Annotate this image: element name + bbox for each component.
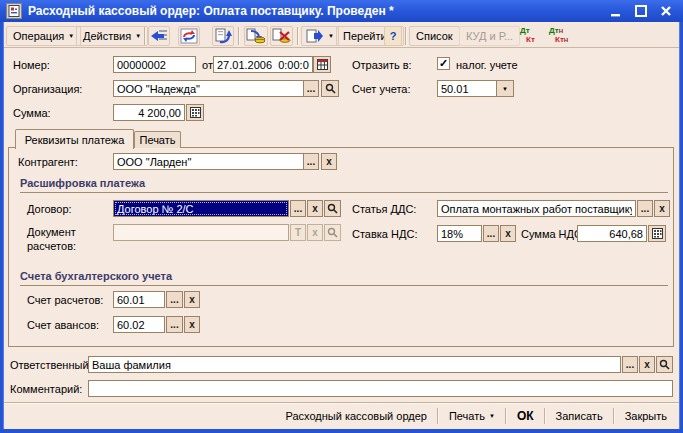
account-dropdown-button[interactable]: ▼ — [496, 80, 514, 97]
organization-label: Организация: — [13, 83, 82, 95]
help-button[interactable]: ? — [384, 26, 402, 46]
window-border-left — [0, 22, 4, 429]
close-button[interactable]: Закрыть — [617, 408, 675, 424]
maximize-icon[interactable] — [633, 3, 649, 19]
dds-input[interactable] — [437, 200, 636, 217]
counterparty-input[interactable] — [113, 153, 304, 170]
chevron-down-icon: ▼ — [135, 33, 141, 39]
titlebar[interactable]: Расходный кассовый ордер: Оплата поставщ… — [0, 0, 683, 22]
comment-input[interactable] — [88, 380, 673, 397]
document-icon — [6, 3, 22, 19]
vat-rate-clear-button[interactable]: x — [500, 225, 516, 242]
output-document-icon — [306, 28, 324, 44]
goto-menu-label: Перейти — [343, 30, 387, 42]
vat-sum-calculator-button[interactable] — [648, 225, 666, 242]
copy-arrow-icon — [214, 28, 232, 44]
responsible-open-button[interactable] — [656, 356, 673, 373]
settlement-account-clear-button[interactable]: x — [184, 291, 200, 308]
minimize-icon[interactable] — [608, 3, 624, 19]
operation-menu-button[interactable]: Операция ▼ — [6, 26, 81, 46]
sum-label: Сумма: — [13, 107, 51, 119]
number-input[interactable] — [113, 56, 196, 73]
organization-input[interactable] — [113, 80, 304, 97]
vat-rate-input[interactable] — [437, 225, 482, 242]
list-button[interactable]: Список — [409, 26, 460, 46]
vat-rate-select-button[interactable]: ... — [483, 225, 499, 242]
counterparty-select-button[interactable]: ... — [303, 153, 319, 170]
clear-icon: x — [189, 294, 195, 305]
vat-sum-label: Сумма НДС: — [521, 228, 585, 240]
toolbar-separator — [144, 27, 146, 45]
counterparty-clear-button[interactable]: x — [321, 153, 337, 170]
refresh-icon — [180, 28, 198, 44]
dds-label: Статья ДДС: — [352, 203, 416, 215]
settlement-account-input[interactable] — [113, 291, 165, 308]
responsible-select-button[interactable]: ... — [622, 356, 638, 373]
kudir-button: КУД и Р... — [459, 26, 520, 46]
save-button[interactable]: Записать — [548, 408, 611, 424]
responsible-input[interactable] — [88, 356, 621, 373]
date-input[interactable] — [213, 56, 313, 73]
dds-select-button[interactable]: ... — [637, 200, 653, 217]
chevron-down-icon: ▼ — [68, 33, 74, 39]
copy-document-button[interactable] — [212, 26, 234, 46]
reflect-label: Отразить в: — [352, 59, 412, 71]
tab-print[interactable]: Печать — [134, 131, 181, 148]
tab-payment-requisites[interactable]: Реквизиты платежа — [15, 129, 134, 149]
advance-account-label: Счет авансов: — [27, 319, 99, 331]
vat-sum-input[interactable] — [577, 225, 647, 242]
window-controls — [608, 3, 674, 19]
ellipsis-icon: ... — [487, 228, 495, 239]
contract-open-button[interactable] — [324, 200, 341, 217]
sum-input[interactable] — [113, 104, 185, 121]
settlement-account-select-button[interactable]: ... — [166, 291, 183, 308]
organization-select-button[interactable]: ... — [303, 80, 319, 97]
clear-icon: x — [312, 203, 318, 214]
toolbar-separator — [297, 27, 299, 45]
account-combo-input[interactable] — [437, 80, 497, 97]
dtkt-tax-button[interactable]: ДтН КтН — [545, 26, 571, 46]
organization-open-button[interactable] — [321, 80, 339, 97]
ellipsis-icon: ... — [626, 359, 634, 370]
contract-input[interactable] — [113, 200, 289, 217]
document-action-button[interactable]: Расходный кассовый ордер — [277, 408, 434, 424]
vat-rate-label: Ставка НДС: — [352, 228, 417, 240]
sum-calculator-button[interactable] — [186, 104, 204, 121]
refresh-button[interactable] — [178, 26, 200, 46]
magnifier-icon — [327, 227, 338, 238]
dtkt-button[interactable]: Дт Кт — [518, 26, 540, 46]
actions-menu-label: Действия — [83, 30, 131, 42]
reread-document-button[interactable] — [148, 26, 170, 46]
ok-button[interactable]: ОК — [509, 407, 542, 425]
dtkt-icon: Дт Кт — [518, 27, 540, 45]
window-border-right — [679, 22, 683, 429]
dds-clear-button[interactable]: x — [654, 200, 670, 217]
window-title: Расходный кассовый ордер: Оплата поставщ… — [28, 4, 608, 18]
output-menu-button[interactable]: ▼ — [301, 26, 339, 46]
advance-account-input[interactable] — [113, 316, 165, 333]
contract-select-button[interactable]: ... — [290, 200, 306, 217]
contract-label: Договор: — [27, 203, 72, 215]
tax-accounting-checkbox[interactable]: ✓ — [437, 57, 450, 70]
bottombar-separator — [437, 408, 439, 424]
counterparty-label: Контрагент: — [18, 156, 78, 168]
post-document-button[interactable] — [244, 26, 268, 46]
advance-account-select-button[interactable]: ... — [166, 316, 183, 333]
settlement-doc-open-button — [324, 224, 341, 241]
unpost-document-button[interactable] — [270, 26, 293, 46]
ellipsis-icon: ... — [170, 294, 178, 305]
actions-menu-button[interactable]: Действия ▼ — [76, 26, 148, 46]
magnifier-icon — [325, 83, 336, 94]
close-icon[interactable] — [658, 3, 674, 19]
advance-account-clear-button[interactable]: x — [184, 316, 200, 333]
app-window: Расходный кассовый ордер: Оплата поставщ… — [0, 0, 683, 433]
responsible-clear-button[interactable]: x — [639, 356, 655, 373]
calendar-button[interactable] — [313, 56, 331, 73]
chevron-down-icon: ▼ — [328, 33, 334, 39]
accounting-accounts-group-title: Счета бухгалтерского учета — [20, 270, 668, 286]
comment-label: Комментарий: — [10, 383, 82, 395]
print-button[interactable]: Печать ▼ — [441, 408, 503, 424]
tab-label: Печать — [139, 134, 175, 146]
operation-menu-label: Операция — [13, 30, 64, 42]
contract-clear-button[interactable]: x — [307, 200, 323, 217]
